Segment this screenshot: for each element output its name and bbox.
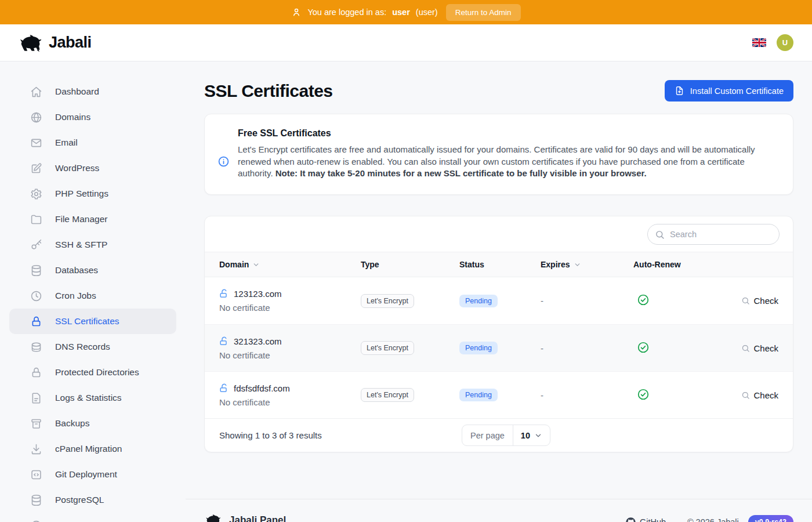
search-input[interactable] bbox=[647, 224, 780, 245]
sidebar-item-git-deployment[interactable]: Git Deployment bbox=[9, 462, 176, 487]
sidebar-item-domains[interactable]: Domains bbox=[9, 104, 176, 130]
user-icon bbox=[291, 7, 302, 17]
per-page-label: Per page bbox=[462, 425, 513, 445]
table-header-row: Domain Type Status Expires Auto-Renew bbox=[205, 252, 793, 277]
column-header-status: Status bbox=[459, 260, 541, 269]
certificates-table-card: Domain Type Status Expires Auto-Renew bbox=[204, 216, 793, 452]
check-button[interactable]: Check bbox=[741, 390, 778, 400]
status-badge: Pending bbox=[459, 342, 498, 354]
sidebar-item-databases[interactable]: Databases bbox=[9, 258, 176, 283]
check-circle-icon bbox=[637, 341, 650, 354]
sidebar-item-label: PHP Settings bbox=[55, 188, 108, 199]
copyright: © 2026 Jabali bbox=[687, 517, 739, 522]
brand-name: Jabali bbox=[49, 34, 92, 52]
sidebar-item-label: Backups bbox=[55, 418, 89, 429]
sidebar-item-label: Protected Directories bbox=[55, 367, 139, 378]
key-icon bbox=[30, 239, 42, 251]
sidebar: Dashboard Domains Email WordPress PHP Se… bbox=[0, 61, 186, 522]
sidebar-item-php-settings[interactable]: PHP Settings bbox=[9, 181, 176, 206]
footer-brand: Jabali Panel bbox=[229, 514, 286, 522]
sidebar-item-ssl-certificates[interactable]: SSL Certificates bbox=[9, 309, 176, 334]
database-icon bbox=[30, 494, 42, 506]
sidebar-item-cron-jobs[interactable]: Cron Jobs bbox=[9, 283, 176, 309]
logged-in-message: You are logged in as: user (user) bbox=[291, 7, 437, 17]
github-link[interactable]: GitHub bbox=[626, 517, 666, 522]
sidebar-item-partial[interactable] bbox=[9, 513, 176, 522]
user-avatar[interactable]: U bbox=[777, 34, 793, 51]
info-box-note: Note: It may take 5-20 minutes for a new… bbox=[276, 168, 647, 178]
unlock-icon bbox=[219, 383, 229, 393]
column-label: Expires bbox=[541, 260, 570, 269]
chevron-down-icon bbox=[574, 261, 581, 269]
version-badge: v0.9-rc42 bbox=[748, 515, 793, 522]
sidebar-item-label: SSL Certificates bbox=[55, 316, 119, 327]
return-to-admin-button[interactable]: Return to Admin bbox=[446, 4, 521, 21]
footer-separator: · bbox=[675, 517, 678, 522]
table-row: 123123.com No certificate Let's Encrypt … bbox=[205, 277, 793, 324]
sidebar-item-label: Databases bbox=[55, 265, 98, 276]
expires-value: - bbox=[541, 343, 633, 353]
sidebar-item-label: DNS Records bbox=[55, 342, 110, 352]
check-label: Check bbox=[753, 390, 778, 400]
gear-icon bbox=[30, 188, 42, 200]
install-custom-certificate-button[interactable]: Install Custom Certificate bbox=[665, 80, 793, 102]
chevron-down-icon bbox=[534, 432, 542, 440]
boar-logo-icon bbox=[17, 33, 43, 53]
check-label: Check bbox=[753, 343, 778, 353]
sidebar-item-label: WordPress bbox=[55, 163, 99, 173]
sidebar-item-protected-directories[interactable]: Protected Directories bbox=[9, 360, 176, 385]
type-badge: Let's Encrypt bbox=[361, 341, 414, 355]
home-icon bbox=[30, 86, 42, 98]
per-page-value: 10 bbox=[521, 431, 530, 440]
status-badge: Pending bbox=[459, 295, 498, 307]
table-row: 321323.com No certificate Let's Encrypt … bbox=[205, 324, 793, 371]
sidebar-item-wordpress[interactable]: WordPress bbox=[9, 155, 176, 181]
certificate-subtitle: No certificate bbox=[219, 350, 361, 360]
sidebar-item-dns-records[interactable]: DNS Records bbox=[9, 334, 176, 360]
type-badge: Let's Encrypt bbox=[361, 294, 414, 308]
brand[interactable]: Jabali bbox=[17, 33, 92, 53]
domain-name: fdsfsdfdsf.com bbox=[234, 383, 290, 393]
sidebar-item-label: Domains bbox=[55, 112, 90, 122]
github-icon bbox=[626, 517, 636, 522]
sidebar-item-postgresql[interactable]: PostgreSQL bbox=[9, 487, 176, 513]
sidebar-item-label: Git Deployment bbox=[55, 469, 117, 480]
file-plus-icon bbox=[675, 86, 684, 96]
language-flag-icon[interactable] bbox=[752, 38, 766, 47]
column-label: Type bbox=[361, 260, 379, 269]
search-icon bbox=[741, 391, 750, 400]
sidebar-item-logs-statistics[interactable]: Logs & Statistics bbox=[9, 385, 176, 411]
sidebar-item-dashboard[interactable]: Dashboard bbox=[9, 79, 176, 104]
sidebar-item-label: PostgreSQL bbox=[55, 495, 104, 505]
expires-value: - bbox=[541, 390, 633, 400]
logged-in-role: (user) bbox=[416, 8, 438, 17]
free-ssl-info-box: Free SSL Certificates Let's Encrypt cert… bbox=[204, 114, 793, 195]
circle-icon bbox=[30, 520, 42, 522]
code-icon bbox=[30, 469, 42, 481]
folder-icon bbox=[30, 213, 42, 226]
sidebar-item-backups[interactable]: Backups bbox=[9, 411, 176, 436]
logged-in-username: user bbox=[392, 8, 410, 17]
sidebar-item-label: File Manager bbox=[55, 214, 107, 224]
column-header-type: Type bbox=[361, 260, 459, 269]
results-summary: Showing 1 to 3 of 3 results bbox=[219, 430, 462, 440]
mail-icon bbox=[30, 137, 42, 149]
sidebar-item-cpanel-migration[interactable]: cPanel Migration bbox=[9, 436, 176, 462]
check-button[interactable]: Check bbox=[741, 296, 778, 306]
per-page-select[interactable]: 10 bbox=[513, 425, 550, 445]
column-label: Domain bbox=[219, 260, 249, 269]
column-header-expires[interactable]: Expires bbox=[541, 260, 633, 269]
sidebar-item-ssh-sftp[interactable]: SSH & SFTP bbox=[9, 232, 176, 258]
certificate-subtitle: No certificate bbox=[219, 397, 361, 407]
search-icon bbox=[655, 230, 665, 240]
sidebar-item-file-manager[interactable]: File Manager bbox=[9, 206, 176, 232]
per-page-control: Per page 10 bbox=[462, 425, 550, 446]
info-box-title: Free SSL Certificates bbox=[238, 128, 778, 139]
sidebar-item-label: SSH & SFTP bbox=[55, 240, 107, 250]
logged-in-prefix: You are logged in as: bbox=[307, 8, 386, 17]
check-button[interactable]: Check bbox=[741, 343, 778, 353]
column-header-domain[interactable]: Domain bbox=[219, 260, 361, 269]
info-box-body: Let's Encrypt certificates are free and … bbox=[238, 144, 778, 180]
sidebar-item-email[interactable]: Email bbox=[9, 130, 176, 155]
app-header: Jabali U bbox=[0, 24, 812, 61]
